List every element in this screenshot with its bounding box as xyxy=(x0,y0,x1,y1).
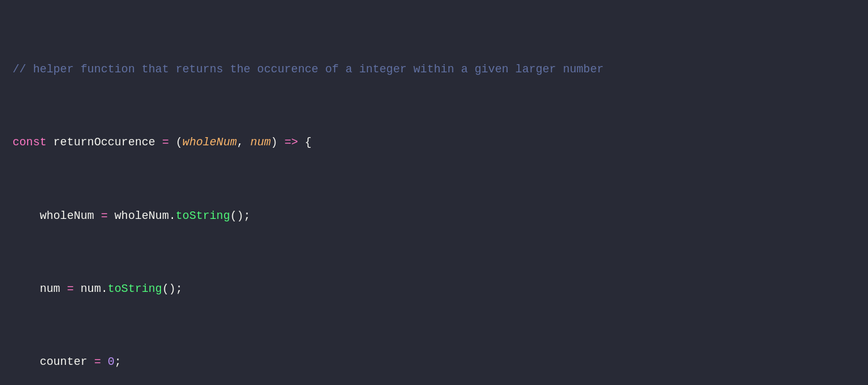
line-wholenum-assign: wholeNum = wholeNum.toString(); xyxy=(13,207,855,226)
line-num-assign: num = num.toString(); xyxy=(13,280,855,299)
line-const: const returnOccurence = (wholeNum, num) … xyxy=(13,133,855,152)
code-editor: // helper function that returns the occu… xyxy=(0,0,868,385)
line-comment: // helper function that returns the occu… xyxy=(13,60,855,79)
line-counter-init: counter = 0; xyxy=(13,353,855,372)
